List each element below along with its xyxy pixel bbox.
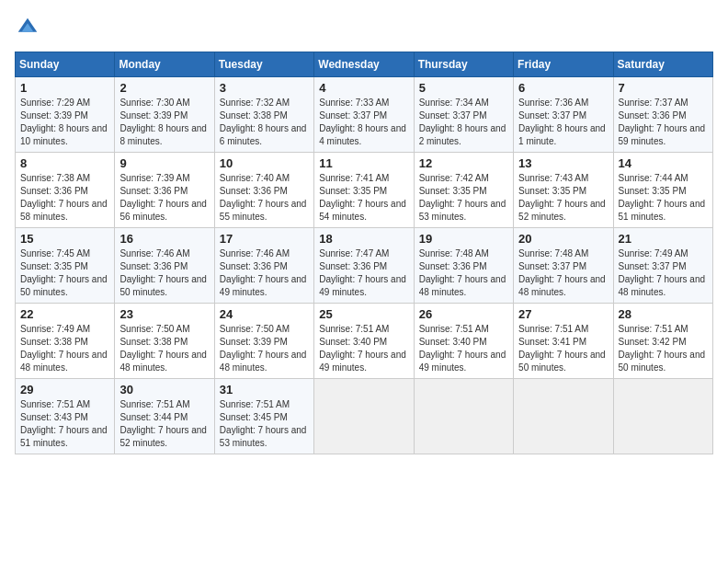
- day-number: 1: [20, 81, 109, 95]
- day-cell: 15 Sunrise: 7:45 AMSunset: 3:35 PMDaylig…: [16, 228, 115, 304]
- day-cell: 23 Sunrise: 7:50 AMSunset: 3:38 PMDaylig…: [115, 304, 214, 379]
- header-row: SundayMondayTuesdayWednesdayThursdayFrid…: [16, 52, 713, 77]
- day-number: 7: [619, 81, 708, 95]
- day-detail: Sunrise: 7:48 AMSunset: 3:37 PMDaylight:…: [518, 247, 608, 299]
- day-cell: 25 Sunrise: 7:51 AMSunset: 3:40 PMDaylig…: [314, 304, 414, 379]
- day-cell: 17 Sunrise: 7:46 AMSunset: 3:36 PMDaylig…: [214, 228, 313, 304]
- day-number: 18: [319, 232, 408, 246]
- day-detail: Sunrise: 7:43 AMSunset: 3:35 PMDaylight:…: [518, 172, 608, 224]
- day-detail: Sunrise: 7:48 AMSunset: 3:36 PMDaylight:…: [419, 247, 508, 299]
- day-number: 28: [619, 307, 708, 321]
- day-cell: 18 Sunrise: 7:47 AMSunset: 3:36 PMDaylig…: [314, 228, 414, 304]
- day-cell: 19 Sunrise: 7:48 AMSunset: 3:36 PMDaylig…: [414, 228, 513, 304]
- day-number: 9: [119, 156, 209, 170]
- day-number: 22: [20, 307, 109, 321]
- day-cell: 9 Sunrise: 7:39 AMSunset: 3:36 PMDayligh…: [115, 153, 214, 228]
- week-row-3: 15 Sunrise: 7:45 AMSunset: 3:35 PMDaylig…: [16, 228, 713, 304]
- day-detail: Sunrise: 7:44 AMSunset: 3:35 PMDaylight:…: [619, 172, 708, 224]
- day-cell: 6 Sunrise: 7:36 AMSunset: 3:37 PMDayligh…: [514, 77, 613, 153]
- day-detail: Sunrise: 7:40 AMSunset: 3:36 PMDaylight:…: [220, 172, 309, 224]
- day-number: 3: [220, 81, 309, 95]
- day-cell: [514, 379, 613, 454]
- day-number: 15: [20, 232, 109, 246]
- day-cell: 4 Sunrise: 7:33 AMSunset: 3:37 PMDayligh…: [314, 77, 414, 153]
- day-cell: 31 Sunrise: 7:51 AMSunset: 3:45 PMDaylig…: [214, 379, 313, 454]
- week-row-2: 8 Sunrise: 7:38 AMSunset: 3:36 PMDayligh…: [16, 153, 713, 228]
- logo-icon: [15, 15, 40, 40]
- day-detail: Sunrise: 7:51 AMSunset: 3:44 PMDaylight:…: [119, 398, 209, 450]
- day-cell: 3 Sunrise: 7:32 AMSunset: 3:38 PMDayligh…: [214, 77, 313, 153]
- calendar-table: SundayMondayTuesdayWednesdayThursdayFrid…: [15, 52, 713, 454]
- day-number: 12: [419, 156, 508, 170]
- day-cell: 10 Sunrise: 7:40 AMSunset: 3:36 PMDaylig…: [214, 153, 313, 228]
- day-detail: Sunrise: 7:36 AMSunset: 3:37 PMDaylight:…: [518, 97, 608, 148]
- week-row-1: 1 Sunrise: 7:29 AMSunset: 3:39 PMDayligh…: [16, 77, 713, 153]
- day-number: 13: [518, 156, 608, 170]
- day-number: 21: [619, 232, 708, 246]
- logo: [15, 15, 44, 40]
- day-number: 6: [518, 81, 608, 95]
- day-cell: 11 Sunrise: 7:41 AMSunset: 3:35 PMDaylig…: [314, 153, 414, 228]
- week-row-4: 22 Sunrise: 7:49 AMSunset: 3:38 PMDaylig…: [16, 304, 713, 379]
- header-cell-sunday: Sunday: [16, 52, 115, 77]
- day-detail: Sunrise: 7:49 AMSunset: 3:38 PMDaylight:…: [20, 323, 109, 374]
- day-detail: Sunrise: 7:51 AMSunset: 3:45 PMDaylight:…: [220, 398, 309, 450]
- day-cell: 14 Sunrise: 7:44 AMSunset: 3:35 PMDaylig…: [613, 153, 712, 228]
- day-cell: 26 Sunrise: 7:51 AMSunset: 3:40 PMDaylig…: [414, 304, 513, 379]
- day-detail: Sunrise: 7:46 AMSunset: 3:36 PMDaylight:…: [119, 247, 209, 299]
- day-cell: 30 Sunrise: 7:51 AMSunset: 3:44 PMDaylig…: [115, 379, 214, 454]
- day-cell: 29 Sunrise: 7:51 AMSunset: 3:43 PMDaylig…: [16, 379, 115, 454]
- day-number: 10: [220, 156, 309, 170]
- day-detail: Sunrise: 7:45 AMSunset: 3:35 PMDaylight:…: [20, 247, 109, 299]
- header-cell-saturday: Saturday: [613, 52, 712, 77]
- day-cell: 20 Sunrise: 7:48 AMSunset: 3:37 PMDaylig…: [514, 228, 613, 304]
- day-number: 14: [619, 156, 708, 170]
- day-number: 30: [119, 383, 209, 396]
- day-detail: Sunrise: 7:37 AMSunset: 3:36 PMDaylight:…: [619, 97, 708, 148]
- day-cell: 27 Sunrise: 7:51 AMSunset: 3:41 PMDaylig…: [514, 304, 613, 379]
- day-cell: 12 Sunrise: 7:42 AMSunset: 3:35 PMDaylig…: [414, 153, 513, 228]
- day-detail: Sunrise: 7:34 AMSunset: 3:37 PMDaylight:…: [419, 97, 508, 148]
- day-number: 31: [220, 383, 309, 396]
- day-number: 26: [419, 307, 508, 321]
- day-cell: 22 Sunrise: 7:49 AMSunset: 3:38 PMDaylig…: [16, 304, 115, 379]
- day-detail: Sunrise: 7:32 AMSunset: 3:38 PMDaylight:…: [220, 97, 309, 148]
- day-number: 20: [518, 232, 608, 246]
- day-detail: Sunrise: 7:51 AMSunset: 3:40 PMDaylight:…: [319, 323, 408, 374]
- day-number: 27: [518, 307, 608, 321]
- day-detail: Sunrise: 7:33 AMSunset: 3:37 PMDaylight:…: [319, 97, 408, 148]
- day-number: 16: [119, 232, 209, 246]
- day-number: 2: [119, 81, 209, 95]
- day-detail: Sunrise: 7:51 AMSunset: 3:41 PMDaylight:…: [518, 323, 608, 374]
- day-detail: Sunrise: 7:39 AMSunset: 3:36 PMDaylight:…: [119, 172, 209, 224]
- header: [15, 15, 713, 40]
- day-cell: 5 Sunrise: 7:34 AMSunset: 3:37 PMDayligh…: [414, 77, 513, 153]
- day-cell: 1 Sunrise: 7:29 AMSunset: 3:39 PMDayligh…: [16, 77, 115, 153]
- header-cell-tuesday: Tuesday: [214, 52, 313, 77]
- day-cell: 13 Sunrise: 7:43 AMSunset: 3:35 PMDaylig…: [514, 153, 613, 228]
- day-number: 19: [419, 232, 508, 246]
- day-cell: 24 Sunrise: 7:50 AMSunset: 3:39 PMDaylig…: [214, 304, 313, 379]
- day-detail: Sunrise: 7:50 AMSunset: 3:39 PMDaylight:…: [220, 323, 309, 374]
- day-detail: Sunrise: 7:30 AMSunset: 3:39 PMDaylight:…: [119, 97, 209, 148]
- calendar-header: SundayMondayTuesdayWednesdayThursdayFrid…: [16, 52, 713, 77]
- day-cell: 28 Sunrise: 7:51 AMSunset: 3:42 PMDaylig…: [613, 304, 712, 379]
- day-cell: 8 Sunrise: 7:38 AMSunset: 3:36 PMDayligh…: [16, 153, 115, 228]
- day-cell: [314, 379, 414, 454]
- day-cell: [613, 379, 712, 454]
- header-cell-thursday: Thursday: [414, 52, 513, 77]
- calendar-body: 1 Sunrise: 7:29 AMSunset: 3:39 PMDayligh…: [16, 77, 713, 454]
- header-cell-monday: Monday: [115, 52, 214, 77]
- day-cell: 7 Sunrise: 7:37 AMSunset: 3:36 PMDayligh…: [613, 77, 712, 153]
- day-cell: 21 Sunrise: 7:49 AMSunset: 3:37 PMDaylig…: [613, 228, 712, 304]
- header-cell-friday: Friday: [514, 52, 613, 77]
- day-detail: Sunrise: 7:51 AMSunset: 3:40 PMDaylight:…: [419, 323, 508, 374]
- day-detail: Sunrise: 7:41 AMSunset: 3:35 PMDaylight:…: [319, 172, 408, 224]
- day-number: 5: [419, 81, 508, 95]
- day-detail: Sunrise: 7:50 AMSunset: 3:38 PMDaylight:…: [119, 323, 209, 374]
- day-detail: Sunrise: 7:49 AMSunset: 3:37 PMDaylight:…: [619, 247, 708, 299]
- day-number: 29: [20, 383, 109, 396]
- day-detail: Sunrise: 7:51 AMSunset: 3:42 PMDaylight:…: [619, 323, 708, 374]
- day-number: 11: [319, 156, 408, 170]
- day-number: 24: [220, 307, 309, 321]
